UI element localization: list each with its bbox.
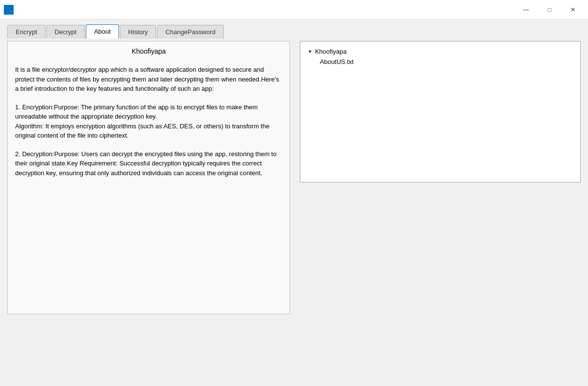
about-paragraph-1: It is a file encryptor/decryptor app whi…	[15, 65, 282, 94]
title-bar-controls: — □ ✕	[515, 2, 584, 17]
minimize-button[interactable]: —	[515, 2, 537, 17]
title-bar-left	[4, 5, 14, 15]
tab-about[interactable]: About	[86, 24, 119, 39]
svg-rect-0	[5, 6, 8, 9]
tree-child-label: AboutUS.txt	[320, 58, 353, 65]
content-scroll[interactable]: Khoofiyapa It is a file encryptor/decryp…	[8, 41, 290, 314]
triangle-icon: ▼	[308, 49, 313, 54]
about-paragraph-2: 1. Encryption:Purpose: The primary funct…	[15, 102, 282, 141]
svg-rect-2	[9, 6, 13, 9]
about-text: It is a file encryptor/decryptor app whi…	[15, 65, 282, 178]
svg-rect-3	[9, 10, 13, 14]
left-panel: Khoofiyapa It is a file encryptor/decryp…	[7, 41, 290, 314]
main-window: — □ ✕ Encrypt Decrypt About History Chan…	[0, 0, 588, 386]
maximize-button[interactable]: □	[538, 2, 561, 17]
text-area-wrapper[interactable]: Khoofiyapa It is a file encryptor/decryp…	[8, 41, 290, 314]
tree-parent-item[interactable]: ▼ Khoofiyapa	[305, 46, 575, 57]
tab-changepassword[interactable]: ChangePassword	[157, 25, 224, 39]
window-content: Encrypt Decrypt About History ChangePass…	[0, 20, 588, 386]
tab-encrypt[interactable]: Encrypt	[7, 25, 45, 39]
about-paragraph-3: 2. Decryption:Purpose: Users can decrypt…	[15, 149, 282, 178]
tree-child-item[interactable]: AboutUS.txt	[305, 57, 575, 67]
tabs-bar: Encrypt Decrypt About History ChangePass…	[7, 24, 581, 39]
tab-history[interactable]: History	[120, 25, 156, 39]
main-area: Khoofiyapa It is a file encryptor/decryp…	[7, 39, 581, 379]
svg-rect-1	[5, 10, 8, 14]
right-panel: ▼ Khoofiyapa AboutUS.txt	[300, 41, 581, 183]
title-bar: — □ ✕	[0, 0, 588, 20]
close-button[interactable]: ✕	[562, 2, 584, 17]
app-icon	[4, 5, 14, 15]
tree-parent-label: Khoofiyapa	[315, 48, 347, 55]
about-title: Khoofiyapa	[15, 47, 282, 55]
tab-decrypt[interactable]: Decrypt	[46, 25, 85, 39]
